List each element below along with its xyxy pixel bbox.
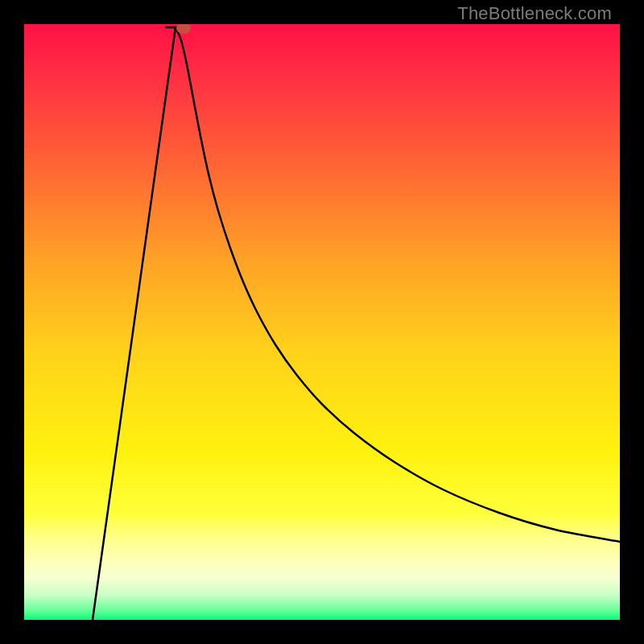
chart-svg <box>24 24 620 620</box>
gradient-background <box>24 24 620 620</box>
attribution-text: TheBottleneck.com <box>457 3 612 24</box>
chart-area <box>24 24 620 620</box>
outer-frame: TheBottleneck.com <box>0 0 644 644</box>
